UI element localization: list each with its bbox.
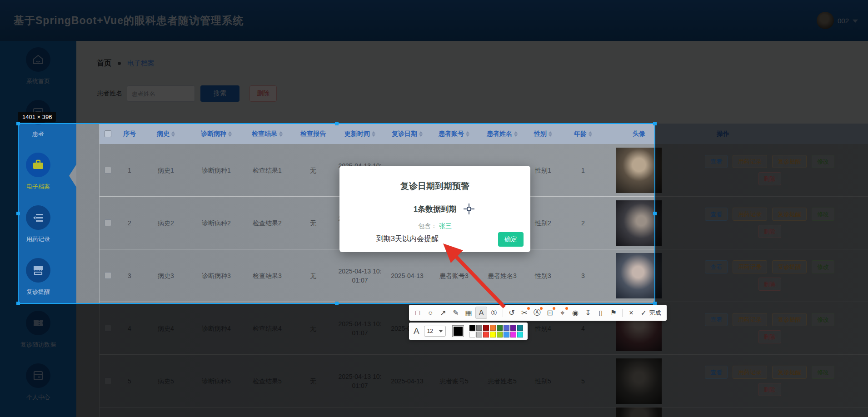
cell-name: 患者姓名3: [478, 271, 527, 280]
app-root: 基于SpringBoot+Vue的眼科患者随访管理系统 002 系统首页患者电子…: [0, 0, 868, 417]
sort-caret-icon[interactable]: [171, 131, 175, 137]
modal-count-line: 1条数据到期: [339, 204, 530, 214]
selection-handle[interactable]: [335, 302, 339, 305]
sort-caret-icon[interactable]: [466, 131, 469, 137]
column-header[interactable]: 检查结果: [244, 130, 290, 138]
clip-icon[interactable]: ✂: [519, 307, 530, 319]
notification-dot: [565, 307, 568, 310]
sort-caret-icon[interactable]: [549, 131, 552, 137]
close-icon[interactable]: ×: [625, 307, 637, 319]
arrow-tool-icon[interactable]: ↗: [437, 307, 449, 319]
selection-handle[interactable]: [16, 212, 20, 215]
check-icon: ✓: [641, 309, 647, 317]
cell-report: 无: [290, 218, 336, 228]
undo-icon[interactable]: ↺: [506, 307, 518, 319]
selection-handle[interactable]: [16, 122, 20, 125]
pen-tool-icon[interactable]: ✎: [450, 307, 462, 319]
column-header[interactable]: 病史: [143, 130, 189, 138]
color-swatch[interactable]: [497, 325, 503, 331]
phone-icon[interactable]: ▯: [595, 307, 607, 319]
column-header[interactable]: 患者姓名: [478, 130, 527, 138]
patient-link[interactable]: 张三: [439, 222, 452, 229]
cell-disease: 诊断病种2: [189, 218, 244, 228]
bookmark-icon[interactable]: ⚑: [608, 307, 619, 319]
confirm-button[interactable]: 确定: [498, 232, 524, 247]
sort-caret-icon[interactable]: [514, 131, 518, 137]
column-header[interactable]: 年龄: [559, 130, 607, 138]
revisit-warning-modal: 复诊日期到期预警 1条数据到期 包含： 张三 到期3天以内会提醒 确定: [339, 166, 530, 252]
color-swatch[interactable]: [490, 332, 496, 338]
column-header: 序号: [116, 130, 143, 138]
screenshot-toolbar: □○↗✎▦A①↺✂Ⓐ⊡⌖◉↧▯⚑×✓完成: [409, 305, 667, 321]
row-checkbox[interactable]: [105, 219, 111, 226]
color-swatch[interactable]: [476, 325, 482, 331]
medication-list-icon: [26, 205, 50, 230]
row-checkbox[interactable]: [105, 272, 111, 279]
cell-gender: 性别1: [527, 166, 559, 175]
sort-caret-icon[interactable]: [419, 131, 423, 137]
column-header[interactable]: 更新时间: [336, 130, 384, 138]
cell-revisit: 2025-04-13: [384, 271, 430, 280]
mosaic-tool-icon[interactable]: ▦: [463, 307, 474, 319]
cell-seq: 2: [116, 218, 143, 228]
pin-icon[interactable]: ⌖: [557, 307, 569, 319]
cell-seq: 3: [116, 271, 143, 280]
color-swatch[interactable]: [483, 325, 489, 331]
column-header[interactable]: 诊断病种: [189, 130, 244, 138]
download-icon[interactable]: ↧: [582, 307, 594, 319]
record-icon[interactable]: ◉: [569, 307, 581, 319]
ocr-icon[interactable]: ⊡: [544, 307, 556, 319]
cell-history: 病史1: [143, 166, 189, 175]
cell-updated: 2025-04-13 10:01:07: [336, 267, 384, 285]
chevron-down-icon: [439, 330, 443, 333]
color-swatch[interactable]: [483, 332, 489, 338]
toolbar-separator: [622, 309, 623, 317]
notification-dot: [527, 307, 530, 310]
rect-tool-icon[interactable]: □: [412, 307, 424, 319]
color-swatch[interactable]: [476, 332, 482, 338]
selection-handle[interactable]: [653, 212, 657, 215]
selection-size-label: 1401 × 396: [18, 112, 56, 122]
text-tool-icon[interactable]: A: [475, 307, 487, 319]
font-size-select[interactable]: 12: [424, 326, 446, 337]
cell-account: 患者账号3: [430, 271, 478, 280]
cell-seq: 1: [116, 166, 143, 175]
sort-caret-icon[interactable]: [228, 131, 232, 137]
select-all-checkbox[interactable]: [105, 130, 111, 137]
color-swatch[interactable]: [504, 332, 509, 338]
done-button[interactable]: ✓完成: [638, 309, 664, 317]
selection-handle[interactable]: [16, 302, 20, 305]
active-item-notch: [69, 164, 76, 187]
toolbar-separator: [503, 309, 503, 317]
number-badge-tool-icon[interactable]: ①: [488, 307, 500, 319]
column-header[interactable]: 患者账号: [430, 130, 478, 138]
color-swatch[interactable]: [490, 325, 496, 331]
row-checkbox[interactable]: [105, 167, 111, 174]
color-swatch[interactable]: [517, 325, 523, 331]
sidebar-item-label: 用药记录: [26, 235, 50, 243]
cell-history: 病史3: [143, 271, 189, 280]
ellipse-tool-icon[interactable]: ○: [424, 307, 436, 319]
selection-handle[interactable]: [653, 122, 657, 125]
sidebar-item-label: 电子档案: [26, 183, 50, 191]
modal-title: 复诊日期到期预警: [339, 180, 530, 192]
color-swatch[interactable]: [497, 332, 503, 338]
notification-dot: [553, 307, 555, 310]
color-swatch[interactable]: [504, 325, 509, 331]
cell-report: 无: [290, 166, 336, 175]
color-swatch[interactable]: [510, 332, 516, 338]
sort-caret-icon[interactable]: [372, 131, 375, 137]
translate-icon[interactable]: Ⓐ: [531, 307, 543, 319]
column-header[interactable]: 复诊日期: [384, 130, 430, 138]
color-swatch[interactable]: [469, 325, 475, 331]
selection-handle[interactable]: [335, 122, 339, 125]
color-swatch[interactable]: [510, 325, 516, 331]
current-color-swatch[interactable]: [452, 325, 464, 337]
sort-caret-icon[interactable]: [279, 131, 283, 137]
color-swatch[interactable]: [469, 332, 475, 338]
color-swatch[interactable]: [517, 332, 523, 338]
modal-note: 到期3天以内会提醒: [376, 234, 439, 244]
sidebar-item-label: 复诊提醒: [26, 288, 50, 296]
column-header[interactable]: 性别: [527, 130, 559, 138]
sort-caret-icon[interactable]: [589, 131, 592, 137]
